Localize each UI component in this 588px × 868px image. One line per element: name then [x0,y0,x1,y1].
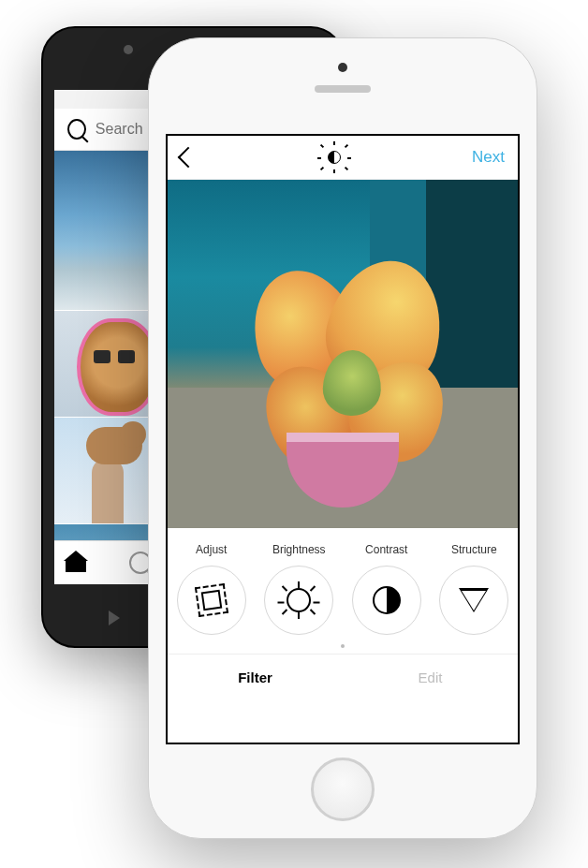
android-back-softkey [109,611,120,625]
tool-circle [264,566,333,635]
next-button[interactable]: Next [472,148,505,167]
photo-preview[interactable] [168,180,518,528]
tool-brightness[interactable]: Brightness [256,543,344,635]
adjust-icon [195,583,228,617]
edit-tools-strip[interactable]: Adjust Brightness [168,528,518,637]
phone-camera-dot [338,63,347,72]
arm-graphic [92,458,124,523]
cat-mirror-graphic [77,318,159,416]
contrast-icon [373,586,401,614]
tool-adjust[interactable]: Adjust [168,543,256,635]
phone-speaker-slot [315,85,371,93]
tool-label: Brightness [272,543,326,556]
brightness-icon [287,588,311,612]
phone-camera-dot [124,45,133,54]
back-chevron-icon[interactable] [178,147,199,169]
editor-tab-bar: Filter Edit [168,654,518,699]
home-icon[interactable] [66,553,86,572]
tool-label: Structure [451,543,497,556]
page-indicator-dot [341,644,345,648]
structure-icon [459,588,489,612]
brightness-toggle-icon[interactable] [324,147,345,168]
phone-home-button[interactable] [311,758,375,821]
foreground-phone-screen: Next Adjust [166,134,520,744]
tool-structure[interactable]: Structure [431,543,519,635]
phone-bezel-top [149,38,537,134]
tool-contrast[interactable]: Contrast [343,543,431,635]
sunglasses-graphic [94,350,135,365]
dog-face-graphic [120,421,146,448]
foreground-phone-device: Next Adjust [148,37,537,839]
tool-circle [352,566,421,635]
tool-label: Adjust [196,543,227,556]
tab-filter[interactable]: Filter [168,655,343,699]
editor-top-bar: Next [168,136,518,180]
tab-edit[interactable]: Edit [343,655,518,699]
tool-label: Contrast [365,543,407,556]
tool-circle [439,566,508,635]
tool-circle [177,566,246,635]
search-icon [67,119,86,140]
